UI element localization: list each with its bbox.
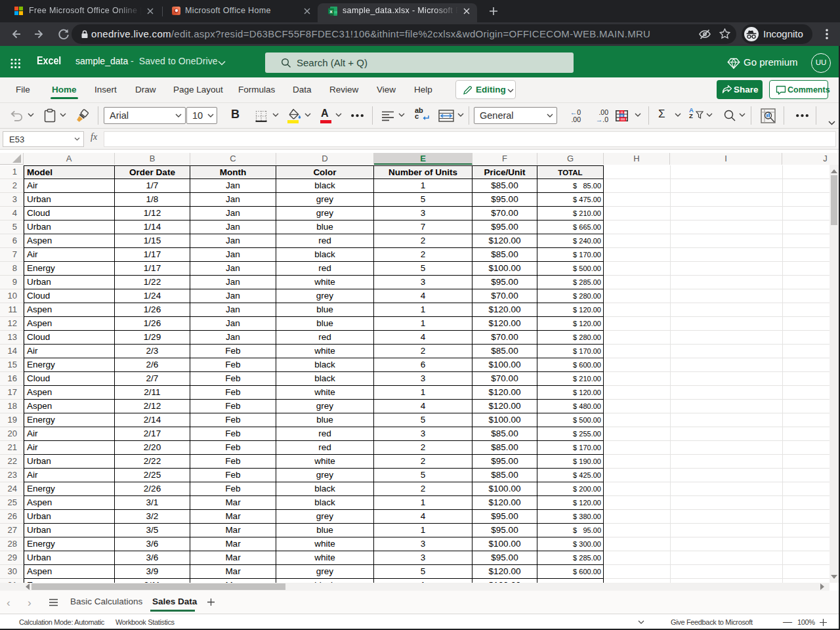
svg-text:x: x [329, 9, 333, 14]
